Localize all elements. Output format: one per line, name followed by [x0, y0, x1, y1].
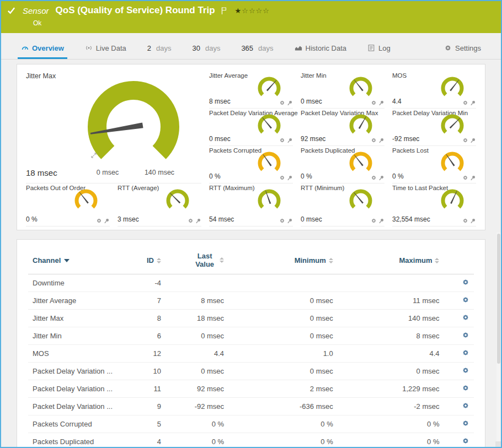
channel-settings-icon[interactable] [462, 279, 469, 288]
gauge-dial [346, 150, 376, 176]
vertical-scrollbar[interactable] [496, 233, 501, 442]
stars-empty[interactable]: ☆☆☆☆ [242, 7, 270, 15]
tab-live-data[interactable]: Live Data [82, 39, 130, 59]
priority-flag-icon[interactable] [221, 7, 227, 15]
tab-settings[interactable]: Settings [441, 39, 484, 59]
channel-settings-icon[interactable] [462, 438, 469, 446]
gauge-settings-gear-icon[interactable] [462, 137, 468, 143]
channel-id: -4 [132, 274, 165, 292]
sort-desc-icon [64, 259, 70, 262]
gauge-pin-icon[interactable] [287, 100, 293, 106]
gauge-settings-gear-icon[interactable] [279, 175, 285, 181]
channel-name[interactable]: Packets Corrupted [28, 415, 132, 433]
channel-name[interactable]: Packet Delay Variation ... [28, 398, 132, 415]
gauge-pin-icon[interactable] [470, 175, 476, 181]
tab-365-days[interactable]: 365 days [238, 39, 276, 59]
channel-settings-icon[interactable] [462, 385, 469, 393]
gauge-settings-gear-icon[interactable] [371, 137, 377, 143]
table-row: Packet Delay Variation ... 10 0 msec 0 m… [28, 363, 474, 380]
gauge-value: 0 % [301, 172, 312, 180]
gauge-settings-gear-icon[interactable] [279, 100, 285, 106]
channel-id: 5 [132, 415, 165, 433]
channel-maximum: 0 % [338, 433, 444, 448]
gauge-settings-gear-icon[interactable] [371, 218, 377, 224]
channel-id: 8 [132, 310, 165, 327]
gauge-pin-icon[interactable] [378, 175, 384, 181]
gauge-label: Packet Delay Variation Average [209, 110, 298, 116]
log-document-icon [367, 44, 375, 52]
gauge-settings-gear-icon[interactable] [279, 137, 285, 143]
gauge-settings-gear-icon[interactable] [462, 175, 468, 181]
live-data-broadcast-icon [85, 44, 93, 52]
channel-settings-icon[interactable] [462, 350, 469, 358]
sensor-header: Sensor QoS (Quality of Service) Round Tr… [1, 1, 501, 33]
tab-overview[interactable]: Overview [18, 39, 67, 59]
gauge-settings-gear-icon[interactable] [279, 218, 285, 224]
gauge-pin-icon[interactable] [104, 218, 110, 224]
gauge-min-label: 0 msec [97, 169, 119, 176]
gauge-dial [254, 188, 284, 213]
channel-id: 4 [132, 433, 165, 448]
channel-name[interactable]: Jitter Min [28, 327, 132, 345]
gauge-dial [163, 188, 193, 213]
channel-name[interactable]: Packet Delay Variation ... [28, 363, 132, 380]
column-header-minimum[interactable]: Minimum [228, 247, 338, 274]
gauge-settings-gear-icon[interactable] [371, 175, 377, 181]
scale-toggle-icon[interactable] [91, 153, 97, 158]
channel-settings-icon[interactable] [462, 403, 469, 411]
gauge-pin-icon[interactable] [287, 175, 293, 181]
gauge-pin-icon[interactable] [287, 137, 293, 143]
gauge-settings-gear-icon[interactable] [462, 100, 468, 106]
gauge-settings-gear-icon[interactable] [188, 218, 194, 224]
gauge-label: Jitter Min [301, 72, 327, 79]
gauge-settings-gear-icon[interactable] [371, 100, 377, 106]
gauge-value: 0 msec [209, 135, 231, 143]
channel-settings-icon[interactable] [462, 297, 469, 305]
gauge-value: 0 msec [301, 98, 322, 105]
channel-settings-icon[interactable] [462, 332, 469, 341]
gauge-cell: Jitter Min 0 msec [301, 71, 384, 109]
tab-log[interactable]: Log [364, 39, 394, 59]
column-header-maximum[interactable]: Maximum [338, 247, 444, 274]
table-row: Downtime -4 [28, 274, 474, 292]
channel-last-value: 0 % [165, 433, 228, 448]
column-header-id[interactable]: ID [132, 247, 165, 274]
gauge-pin-icon[interactable] [378, 137, 384, 143]
channel-settings-icon[interactable] [462, 315, 469, 323]
column-header-channel[interactable]: Channel [28, 247, 132, 274]
table-row: Packets Corrupted 5 0 % 0 % 0 % [28, 415, 474, 433]
gauge-pin-icon[interactable] [470, 218, 476, 224]
table-row: Jitter Average 7 8 msec 0 msec 11 msec [28, 292, 474, 310]
gauge-pin-icon[interactable] [287, 218, 293, 224]
gauge-pin-icon[interactable] [470, 100, 476, 106]
star-filled[interactable]: ★ [235, 7, 242, 15]
tab-historic-data[interactable]: Historic Data [291, 39, 350, 59]
tab-2-days[interactable]: 2 days [144, 39, 175, 59]
gauge-pin-icon[interactable] [195, 218, 201, 224]
gauge-dial [437, 113, 467, 138]
primary-gauge-jitter-max: Jitter Max 18 msec 0 msec 140 msec [26, 71, 201, 183]
priority-stars[interactable]: ★☆☆☆☆ [235, 7, 270, 15]
channel-name[interactable]: Packet Delay Variation ... [28, 380, 132, 398]
channel-id: 6 [132, 327, 165, 345]
channel-settings-icon[interactable] [462, 420, 469, 429]
channel-name[interactable]: Jitter Average [28, 292, 132, 310]
tab-30-days[interactable]: 30 days [189, 39, 223, 59]
gauge-pin-icon[interactable] [470, 137, 476, 143]
channel-last-value: 0 msec [165, 363, 228, 380]
channel-name[interactable]: MOS [28, 345, 132, 363]
channel-name[interactable]: Packets Duplicated [28, 433, 132, 448]
gauge-value: 54 msec [209, 215, 234, 223]
gauge-pin-icon[interactable] [378, 218, 384, 224]
gauge-pin-icon[interactable] [378, 100, 384, 106]
column-header-last-value[interactable]: Last Value [165, 247, 228, 274]
gauge-dial [346, 75, 376, 101]
resize-corner [495, 441, 501, 447]
channel-settings-icon[interactable] [462, 368, 469, 376]
scrollbar-thumb[interactable] [497, 234, 500, 364]
table-row: Packet Delay Variation ... 9 -92 msec -6… [28, 398, 474, 415]
gauge-settings-gear-icon[interactable] [462, 218, 468, 224]
channel-name[interactable]: Downtime [28, 274, 132, 292]
gauge-settings-gear-icon[interactable] [96, 218, 102, 224]
channel-name[interactable]: Jitter Max [28, 310, 132, 327]
